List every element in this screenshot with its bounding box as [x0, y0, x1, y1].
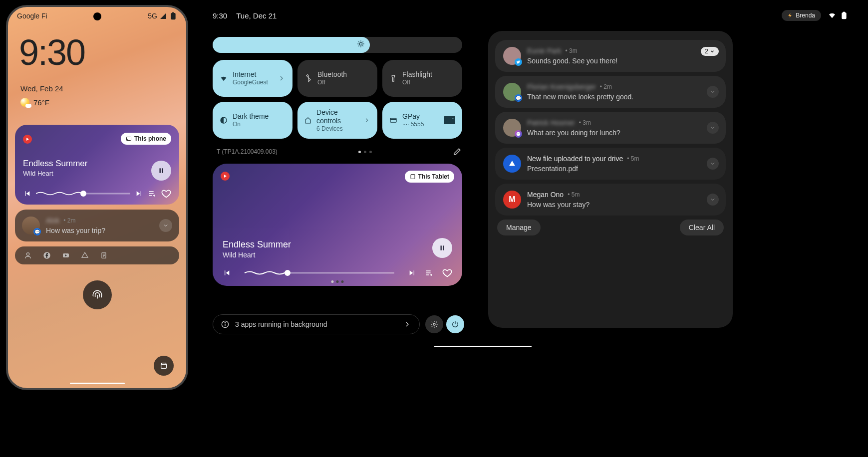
temperature-label: 76°F: [33, 98, 49, 107]
notification-message: Sounds good. See you there!: [527, 57, 718, 65]
twitter-badge-icon: [515, 58, 522, 66]
card-chip-icon: [444, 116, 455, 124]
dark-theme-icon: [220, 116, 228, 124]
notification-count[interactable]: 2: [701, 47, 719, 56]
youtube-music-icon: [221, 172, 230, 181]
home-icon: [304, 116, 311, 124]
carrier-label: Google Fi: [17, 12, 47, 20]
cast-label: This Tablet: [418, 173, 449, 180]
chevron-right-icon: [278, 74, 286, 82]
phone-media-card[interactable]: This phone Endless Summer Wild Heart: [15, 125, 179, 205]
svg-rect-0: [171, 13, 175, 19]
expand-button[interactable]: [707, 86, 719, 98]
notification-avatar: 💬: [503, 83, 521, 101]
prev-track-icon[interactable]: [223, 269, 231, 277]
tablet-media-card[interactable]: This Tablet Endless Summer Wild Heart: [213, 164, 462, 286]
heart-icon[interactable]: [161, 189, 171, 199]
svg-rect-1: [173, 12, 174, 13]
notification-card[interactable]: Patrick Hosmer• 3m What are you doing fo…: [495, 112, 726, 144]
wallet-button[interactable]: [154, 356, 174, 376]
svg-rect-17: [452, 118, 454, 119]
battery-status-icon: [840, 11, 848, 19]
pause-icon: [158, 167, 165, 174]
notification-avatar: [503, 47, 521, 65]
lock-weather[interactable]: 76°F: [20, 98, 49, 107]
lock-clock: 9:30: [19, 32, 85, 73]
next-track-icon[interactable]: [408, 269, 416, 277]
notification-time: • 2m: [63, 217, 75, 224]
power-button[interactable]: [446, 315, 464, 333]
seek-bar[interactable]: [240, 269, 399, 276]
playlist-add-icon[interactable]: [148, 190, 156, 198]
svg-rect-2: [127, 137, 131, 141]
seek-bar[interactable]: [36, 190, 130, 197]
notification-message: That new movie looks pretty good.: [527, 93, 718, 101]
cast-chip[interactable]: This phone: [121, 133, 171, 145]
clear-all-button[interactable]: Clear All: [680, 220, 724, 235]
notification-sender: Alok: [46, 217, 59, 225]
phone-mockup: Google Fi 5G 9:30 Wed, Feb 24 76°F This …: [6, 5, 188, 390]
youtube-music-icon: [23, 135, 32, 144]
tablet-status-bar: 9:30 Tue, Dec 21 Brenda: [213, 10, 848, 21]
phone-notification[interactable]: 💬 Alok • 2m How was your trip?: [15, 210, 179, 241]
network-label: 5G: [148, 12, 157, 20]
notification-card[interactable]: 💬 Florian Koenigsberger• 2m That new mov…: [495, 76, 726, 108]
playlist-add-icon[interactable]: [425, 269, 433, 277]
gear-icon: [430, 320, 438, 328]
flashlight-icon: [389, 74, 397, 82]
edit-icon[interactable]: [453, 148, 461, 156]
notification-card[interactable]: M Megan Ono• 5m How was your stay?: [495, 184, 726, 216]
quick-settings-grid: InternetGoogleGuest BluetoothOff Flashli…: [213, 60, 462, 139]
svg-point-12: [359, 42, 362, 45]
gesture-bar[interactable]: [70, 383, 125, 384]
notification-card[interactable]: Eunie Park• 3m Sounds good. See you ther…: [495, 40, 726, 72]
expand-button[interactable]: [707, 194, 719, 206]
messages-badge-icon: 💬: [33, 228, 41, 235]
media-artist: Wild Heart: [223, 251, 452, 259]
expand-button[interactable]: [707, 122, 719, 134]
drive-icon: [81, 251, 89, 259]
phone-status-bar: Google Fi 5G: [8, 12, 186, 20]
prev-track-icon[interactable]: [23, 190, 31, 198]
wallet-icon: [160, 362, 168, 370]
signal-icon: [159, 12, 167, 20]
gesture-bar[interactable]: [434, 346, 532, 347]
qs-dark-theme[interactable]: Dark themeOn: [213, 102, 292, 139]
notification-icon-bar[interactable]: [15, 246, 179, 264]
cast-chip[interactable]: This Tablet: [405, 171, 454, 183]
next-track-icon[interactable]: [135, 190, 143, 198]
wifi-status-icon: [828, 11, 836, 19]
notification-card[interactable]: New file uploaded to your drive• 5m Pres…: [495, 148, 726, 180]
chevron-down-icon: [710, 197, 716, 203]
qs-internet[interactable]: InternetGoogleGuest: [213, 60, 292, 97]
svg-rect-11: [844, 12, 845, 13]
pause-button[interactable]: [151, 161, 171, 181]
heart-icon[interactable]: [442, 268, 452, 278]
qs-bluetooth[interactable]: BluetoothOff: [297, 60, 377, 97]
fingerprint-icon: [91, 288, 104, 301]
qs-gpay[interactable]: GPay···· 5555: [382, 102, 462, 139]
background-apps-pill[interactable]: 3 apps running in background: [213, 314, 420, 334]
expand-button[interactable]: [707, 158, 719, 170]
settings-button[interactable]: [425, 315, 443, 333]
notification-shade: Eunie Park• 3m Sounds good. See you ther…: [488, 31, 733, 328]
notification-message: How was your trip?: [46, 227, 153, 234]
notification-sender: Florian Koenigsberger: [527, 83, 596, 91]
battery-icon: [169, 12, 177, 20]
manage-button[interactable]: Manage: [497, 220, 541, 235]
drive-icon: [503, 155, 521, 173]
svg-rect-4: [162, 168, 163, 173]
build-id: T (TP1A.2100409.003): [217, 148, 278, 155]
tablet-icon: [410, 174, 416, 180]
media-artist: Wild Heart: [23, 170, 171, 177]
fingerprint-button[interactable]: [83, 280, 112, 309]
svg-rect-3: [160, 168, 161, 173]
tablet-clock: 9:30: [213, 11, 227, 20]
brightness-slider[interactable]: [213, 37, 462, 53]
svg-rect-18: [411, 175, 415, 179]
svg-point-6: [26, 253, 29, 255]
qs-flashlight[interactable]: FlashlightOff: [382, 60, 462, 97]
user-chip[interactable]: Brenda: [782, 10, 821, 21]
expand-button[interactable]: [159, 219, 172, 232]
qs-device-controls[interactable]: Device controls6 Devices: [297, 102, 377, 139]
